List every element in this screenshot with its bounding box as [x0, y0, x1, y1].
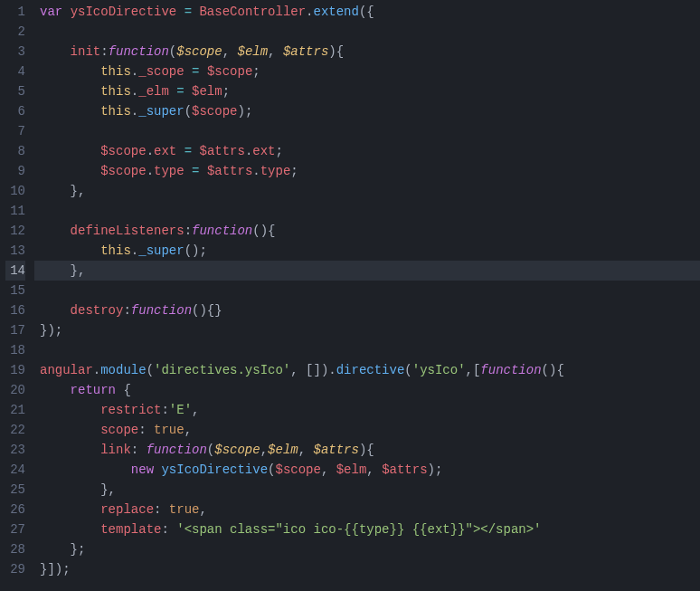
line-number: 19: [5, 360, 25, 380]
code-line[interactable]: },: [34, 480, 700, 500]
code-line[interactable]: };: [34, 539, 700, 559]
code-area[interactable]: var ysIcoDirective = BaseController.exte…: [34, 0, 700, 591]
code-line[interactable]: });: [34, 320, 700, 340]
code-line[interactable]: [34, 281, 700, 300]
code-line[interactable]: var ysIcoDirective = BaseController.exte…: [34, 2, 700, 22]
line-number: 28: [5, 539, 25, 559]
line-number: 12: [5, 221, 25, 241]
line-number: 5: [5, 81, 25, 101]
line-number: 13: [5, 241, 25, 261]
line-number: 11: [5, 201, 25, 221]
code-line[interactable]: link: function($scope,$elm, $attrs){: [34, 440, 700, 460]
line-number: 1: [5, 2, 25, 22]
code-line[interactable]: defineListeners:function(){: [34, 221, 700, 241]
code-line[interactable]: this._elm = $elm;: [34, 81, 700, 101]
line-number: 20: [5, 380, 25, 400]
code-line[interactable]: destroy:function(){}: [34, 300, 700, 320]
code-line[interactable]: [34, 22, 700, 42]
code-line[interactable]: [34, 340, 700, 360]
code-line[interactable]: init:function($scope, $elm, $attrs){: [34, 42, 700, 62]
line-number: 8: [5, 141, 25, 161]
line-number: 15: [5, 281, 25, 300]
line-number: 7: [5, 121, 25, 141]
line-number: 26: [5, 500, 25, 520]
code-line[interactable]: angular.module('directives.ysIco', []).d…: [34, 360, 700, 380]
code-line[interactable]: this._super();: [34, 241, 700, 261]
line-number: 10: [5, 181, 25, 201]
line-number: 4: [5, 62, 25, 81]
line-number: 22: [5, 420, 25, 440]
line-number-gutter: 1234567891011121314151617181920212223242…: [0, 0, 34, 591]
line-number: 18: [5, 340, 25, 360]
line-number: 14: [5, 261, 25, 281]
code-line[interactable]: this._scope = $scope;: [34, 62, 700, 81]
line-number: 9: [5, 161, 25, 181]
line-number: 6: [5, 101, 25, 121]
code-line[interactable]: [34, 121, 700, 141]
line-number: 25: [5, 480, 25, 500]
code-line[interactable]: new ysIcoDirective($scope, $elm, $attrs)…: [34, 460, 700, 480]
line-number: 21: [5, 400, 25, 420]
code-line[interactable]: replace: true,: [34, 500, 700, 520]
code-line[interactable]: restrict:'E',: [34, 400, 700, 420]
code-line[interactable]: this._super($scope);: [34, 101, 700, 121]
code-line[interactable]: },: [34, 261, 700, 281]
code-line[interactable]: },: [34, 181, 700, 201]
code-line[interactable]: [34, 201, 700, 221]
code-line[interactable]: $scope.ext = $attrs.ext;: [34, 141, 700, 161]
line-number: 16: [5, 300, 25, 320]
code-line[interactable]: return {: [34, 380, 700, 400]
line-number: 24: [5, 460, 25, 480]
line-number: 2: [5, 22, 25, 42]
code-line[interactable]: $scope.type = $attrs.type;: [34, 161, 700, 181]
code-line[interactable]: template: '<span class="ico ico-{{type}}…: [34, 520, 700, 539]
line-number: 29: [5, 559, 25, 579]
line-number: 27: [5, 520, 25, 539]
line-number: 17: [5, 320, 25, 340]
code-line[interactable]: scope: true,: [34, 420, 700, 440]
code-editor[interactable]: 1234567891011121314151617181920212223242…: [0, 0, 700, 591]
line-number: 23: [5, 440, 25, 460]
code-line[interactable]: }]);: [34, 559, 700, 579]
line-number: 3: [5, 42, 25, 62]
